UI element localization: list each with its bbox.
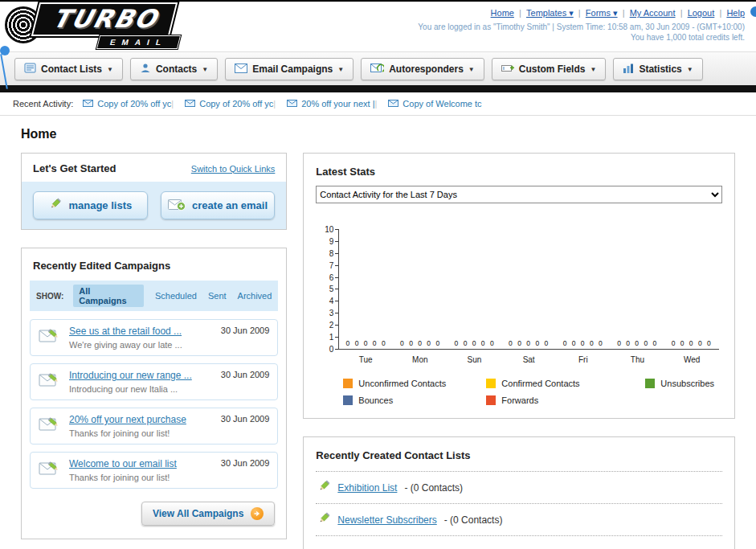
custom-fields-icon [501,63,514,76]
recent-activity-item[interactable]: 20% off your next | [273,99,374,109]
top-nav-link[interactable]: Templates ▾ [514,8,574,18]
pencil-icon [317,512,330,527]
manage-lists-button[interactable]: manage lists [33,191,148,219]
legend-label: Forwards [501,395,538,405]
contact-list-row[interactable]: Exhibition List - (0 Contacts) [316,471,722,503]
legend-swatch [486,379,496,388]
campaign-subtitle: We're giving away our late ... [69,340,213,350]
recent-campaigns-title: Recently Edited Campaigns [33,260,170,272]
contact-lists-icon [24,63,36,76]
main-navbar: Contact Lists ▼ Contacts ▼ Email Campaig… [0,51,756,85]
campaign-row[interactable]: Introducing our new range ... Introducin… [30,363,278,400]
recent-activity-item[interactable]: Copy of 20% off yc [171,99,273,109]
contact-list-link[interactable]: Newsletter Subscribers [337,514,436,526]
logo-subtitle: EMAIL [96,35,181,49]
legend-label: Confirmed Contacts [501,379,579,388]
create-email-label: create an email [192,199,268,211]
campaign-row[interactable]: Welcome to our email list Thanks for joi… [30,452,278,489]
campaign-filter[interactable]: Sent [208,291,227,301]
app-logo[interactable]: TURBO EMAIL [0,2,241,50]
chart-y-tick: 4 [317,301,338,301]
chart-value-labels: 0 0 0 0 0 [339,339,394,349]
campaign-filter-bar: SHOW: All CampaignsScheduledSentArchived [30,281,278,311]
chart-value-labels: 0 0 0 0 0 [502,339,557,349]
top-nav-link[interactable]: Help [714,8,745,18]
legend-label: Unsubscribes [660,379,714,388]
view-all-campaigns-button[interactable]: View All Campaigns [141,502,275,526]
nav-tab-statistics[interactable]: Statistics ▼ [613,58,702,80]
legend-item: Unsubscribes [645,379,714,388]
nav-tab-label: Contact Lists [41,64,102,75]
stats-range-select[interactable]: Contact Activity for the Last 7 Days [316,186,722,203]
top-nav-link[interactable]: My Account [618,8,676,18]
login-info: You are logged in as "Timothy Smith" | S… [418,23,745,31]
campaign-row[interactable]: See us at the retail food ... We're givi… [30,319,278,356]
header-right: HomeTemplates ▾Forms ▾My AccountLogoutHe… [418,2,756,51]
contact-list-link[interactable]: Exhibition List [337,482,397,494]
chart-y-tick: 5 [317,289,338,289]
campaign-title-link[interactable]: Introducing our new range ... [69,370,213,381]
chart-y-tick: 1 [317,337,338,338]
recent-activity-item[interactable]: Copy of Welcome tc [375,99,482,109]
campaign-filter[interactable]: Scheduled [155,291,197,301]
campaign-title-link[interactable]: See us at the retail food ... [69,326,213,337]
chart-value-labels: 0 0 0 0 0 [611,339,665,349]
envelope-pencil-icon [39,458,61,481]
show-label: SHOW: [36,292,63,301]
chart-x-label: Tue [338,350,393,364]
chart-value-labels: 0 0 0 0 0 [394,339,448,349]
campaign-subtitle: Thanks for joining our list! [69,473,213,482]
nav-tab-contact-lists[interactable]: Contact Lists ▼ [14,58,123,80]
logo-title: TURBO [50,4,161,33]
campaign-filter[interactable]: Archived [238,291,272,301]
chart-plot-area: 0 0 0 0 00 0 0 0 00 0 0 0 00 0 0 0 00 0 … [338,229,719,350]
chart-y-tick: 3 [317,313,338,313]
envelope-plus-icon [168,199,186,213]
latest-stats-title: Latest Stats [316,166,375,178]
latest-stats-panel: Latest Stats Contact Activity for the La… [303,153,735,419]
chart-x-label: Thu [611,350,665,364]
chart-y-tick: 0 [317,349,338,350]
top-nav-links: HomeTemplates ▾Forms ▾My AccountLogoutHe… [418,8,745,18]
top-nav-link[interactable]: Forms ▾ [574,8,618,18]
recent-activity-item[interactable]: Copy of 20% off yc [83,99,171,109]
nav-tab-email-campaigns[interactable]: Email Campaigns ▼ [225,58,353,80]
nav-tab-contacts[interactable]: Contacts ▼ [130,58,218,80]
nav-tab-label: Custom Fields [519,64,586,75]
view-all-campaigns-label: View All Campaigns [153,508,243,519]
top-nav-link[interactable]: Logout [676,8,715,18]
campaign-title-link[interactable]: 20% off your next purchase [69,414,213,425]
manage-lists-label: manage lists [68,199,132,211]
nav-tab-label: Email Campaigns [252,64,333,75]
nav-tab-label: Statistics [639,64,681,75]
nav-tab-label: Autoresponders [389,64,464,75]
top-nav-link[interactable]: Home [491,8,514,18]
get-started-title: Let's Get Started [33,162,116,174]
chart-y-tick: 2 [317,325,338,326]
campaign-title-link[interactable]: Welcome to our email list [69,458,213,469]
chart-x-label: Sat [501,350,556,364]
create-email-button[interactable]: create an email [161,191,276,219]
get-started-body: manage lists create an email [22,182,286,229]
campaign-text: See us at the retail food ... We're givi… [69,326,213,350]
contact-list-count: - (0 Contacts) [404,482,463,494]
legend-swatch [343,379,353,388]
chevron-down-icon: ▼ [468,66,475,73]
logo-banner: TURBO [31,2,178,36]
legend-swatch [343,395,353,405]
legend-item: Unconfirmed Contacts [343,379,486,388]
nav-tab-autoresponders[interactable]: Autoresponders ▼ [361,58,484,80]
envelope-pencil-icon [39,414,61,436]
campaign-filter[interactable]: All Campaigns [73,285,144,307]
chart-y-tick: 10 [317,229,338,230]
switch-quick-links-link[interactable]: Switch to Quick Links [191,164,276,174]
chart-value-labels: 0 0 0 0 0 [447,339,502,349]
arrow-right-icon [251,507,264,520]
campaign-date: 30 Jun 2009 [221,370,270,379]
campaign-row[interactable]: 20% off your next purchase Thanks for jo… [30,408,278,445]
campaign-subtitle: Thanks for joining our list! [69,428,213,438]
envelope-pencil-icon [39,370,61,392]
nav-tab-label: Contacts [156,64,197,75]
nav-tab-custom-fields[interactable]: Custom Fields ▼ [492,58,607,80]
contact-list-row[interactable]: Newsletter Subscribers - (0 Contacts) [316,503,722,536]
